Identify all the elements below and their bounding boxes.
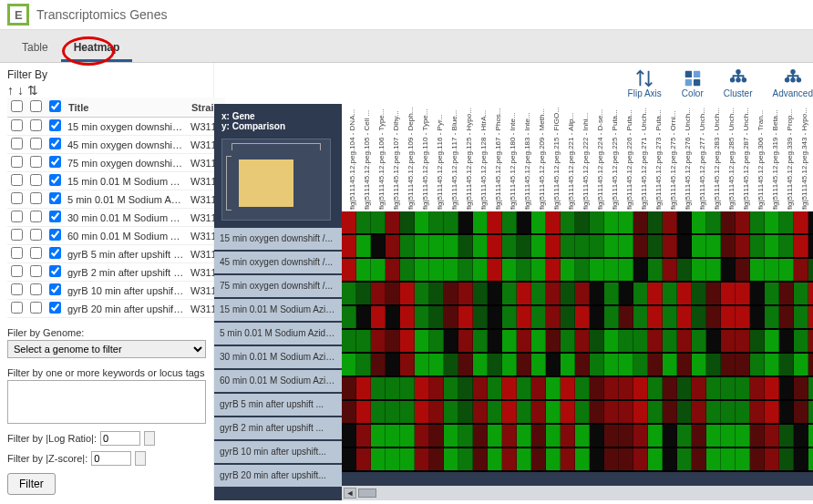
heatmap-cell[interactable]	[444, 235, 458, 257]
heatmap-cell[interactable]	[342, 354, 356, 375]
heatmap-cell[interactable]	[546, 259, 561, 281]
heatmap-cell[interactable]	[619, 448, 633, 470]
row-checkbox[interactable]	[30, 247, 42, 259]
heatmap-cell[interactable]	[648, 211, 663, 233]
zscore-spinner[interactable]	[135, 451, 146, 466]
heatmap-cell[interactable]	[444, 283, 458, 304]
heatmap-cell[interactable]	[561, 330, 575, 352]
heatmap-cell[interactable]	[444, 354, 458, 375]
heatmap-cell[interactable]	[619, 259, 633, 281]
heatmap-cell[interactable]	[750, 330, 765, 352]
heatmap-cell[interactable]	[561, 377, 575, 399]
heatmap-cell[interactable]	[502, 283, 517, 304]
heatmap-cell[interactable]	[808, 425, 813, 447]
heatmap-cell[interactable]	[458, 283, 473, 304]
heatmap-cell[interactable]	[808, 306, 813, 328]
heatmap-cell[interactable]	[663, 401, 677, 423]
heatmap-cell[interactable]	[692, 448, 706, 470]
heatmap-cell[interactable]	[517, 401, 531, 423]
heatmap-cell[interactable]	[677, 401, 692, 423]
heatmap-cell[interactable]	[488, 425, 502, 447]
column-label[interactable]: fig|511145.12.peg.271 - Unch...	[633, 197, 648, 211]
heatmap-cell[interactable]	[677, 448, 692, 470]
heatmap-cell[interactable]	[619, 235, 633, 257]
heatmap-cell[interactable]	[736, 259, 750, 281]
heatmap-cell[interactable]	[429, 377, 444, 399]
heatmap-cell[interactable]	[677, 235, 692, 257]
logratio-input[interactable]	[100, 431, 140, 446]
tab-table[interactable]: Table	[9, 36, 61, 62]
heatmap-cell[interactable]	[458, 235, 473, 257]
heatmap-cell[interactable]	[444, 448, 458, 470]
heatmap-cell[interactable]	[590, 235, 604, 257]
column-label[interactable]: fig|511145.12.peg.306 - Tran...	[750, 197, 765, 211]
heatmap-cell[interactable]	[342, 211, 356, 233]
heatmap-cell[interactable]	[692, 354, 706, 375]
row-checkbox[interactable]	[49, 138, 61, 149]
heatmap-cell[interactable]	[721, 306, 736, 328]
heatmap-cell[interactable]	[400, 259, 415, 281]
heatmap-cell[interactable]	[706, 235, 721, 257]
heatmap-cell[interactable]	[386, 354, 400, 375]
heatmap-cell[interactable]	[736, 211, 750, 233]
heatmap-cell[interactable]	[692, 259, 706, 281]
heatmap-cell[interactable]	[561, 425, 575, 447]
heatmap-cell[interactable]	[736, 354, 750, 375]
column-label[interactable]: fig|511145.12.peg.319 - Beta...	[765, 197, 779, 211]
heatmap-cell[interactable]	[794, 448, 808, 470]
heatmap-cell[interactable]	[633, 354, 648, 375]
heatmap-cell[interactable]	[415, 377, 429, 399]
row-label[interactable]: gyrB 2 min after upshift ...	[214, 417, 342, 441]
sort-swap-icon[interactable]: ⇅	[27, 83, 38, 98]
heatmap-cell[interactable]	[531, 211, 546, 233]
genome-select[interactable]: Select a genome to filter	[7, 340, 206, 358]
heatmap-cell[interactable]	[371, 377, 386, 399]
column-label[interactable]: fig|511145.12.peg.215 - FIGO...	[546, 197, 561, 211]
filter-button[interactable]: Filter	[7, 473, 56, 495]
heatmap-cell[interactable]	[356, 306, 371, 328]
heatmap-cell[interactable]	[721, 235, 736, 257]
column-label[interactable]: fig|511145.12.peg.209 - Meth...	[531, 197, 546, 211]
zscore-input[interactable]	[91, 451, 131, 466]
row-label[interactable]: gyrB 20 min after upshift...	[214, 465, 342, 489]
heatmap-cell[interactable]	[575, 259, 590, 281]
column-label[interactable]: fig|511145.12.peg.183 - Inte...	[517, 197, 531, 211]
heatmap-cell[interactable]	[706, 283, 721, 304]
heatmap-cell[interactable]	[531, 401, 546, 423]
column-label[interactable]: fig|511145.12.peg.226 - Puta...	[619, 197, 633, 211]
heatmap-cell[interactable]	[750, 448, 765, 470]
row-label[interactable]: gyrB 10 min after upshift...	[214, 441, 342, 465]
row-checkbox[interactable]	[49, 119, 61, 131]
heatmap-cell[interactable]	[371, 283, 386, 304]
heatmap-cell[interactable]	[765, 425, 779, 447]
heatmap-cell[interactable]	[706, 448, 721, 470]
heatmap-cell[interactable]	[648, 283, 663, 304]
heatmap-cell[interactable]	[721, 401, 736, 423]
heatmap-cell[interactable]	[677, 377, 692, 399]
heatmap-cell[interactable]	[546, 354, 561, 375]
heatmap-cell[interactable]	[386, 425, 400, 447]
heatmap-cell[interactable]	[546, 306, 561, 328]
row-checkbox[interactable]	[11, 192, 23, 204]
scroll-left-icon[interactable]: ◄	[344, 488, 356, 499]
heatmap-cell[interactable]	[371, 211, 386, 233]
minimap[interactable]	[221, 139, 331, 221]
heatmap-cell[interactable]	[342, 401, 356, 423]
column-label[interactable]: fig|511145.12.peg.343 - Hypo...	[794, 197, 808, 211]
heatmap-cell[interactable]	[356, 354, 371, 375]
heatmap-cell[interactable]	[633, 330, 648, 352]
heatmap-cell[interactable]	[692, 401, 706, 423]
heatmap-cell[interactable]	[415, 448, 429, 470]
heatmap-cell[interactable]	[590, 211, 604, 233]
row-checkbox[interactable]	[49, 265, 61, 277]
heatmap-cell[interactable]	[400, 425, 415, 447]
heatmap-cell[interactable]	[633, 425, 648, 447]
heatmap-cell[interactable]	[386, 448, 400, 470]
heatmap-cell[interactable]	[619, 330, 633, 352]
heatmap-cell[interactable]	[356, 401, 371, 423]
heatmap-cell[interactable]	[677, 425, 692, 447]
column-label[interactable]: fig|511145.12.peg.221 - Alip...	[561, 197, 575, 211]
column-label[interactable]: fig|511145.12.peg.167 - Phos...	[488, 197, 502, 211]
heatmap-cell[interactable]	[633, 401, 648, 423]
heatmap-cell[interactable]	[779, 283, 794, 304]
